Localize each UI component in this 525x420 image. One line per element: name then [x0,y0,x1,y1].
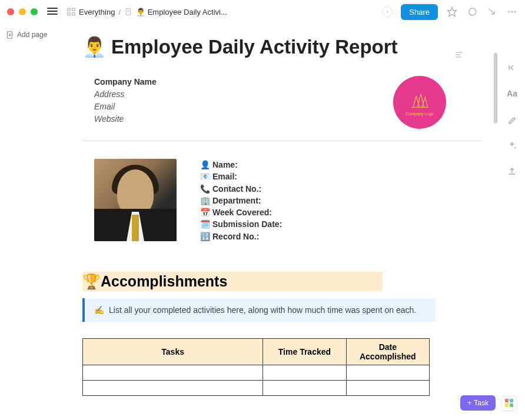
star-icon[interactable] [446,6,458,18]
callout-text: List all your completed activities here,… [109,305,416,315]
svg-point-11 [514,11,516,13]
accomplishments-callout: ✍️ List all your completed activities he… [82,298,436,322]
breadcrumb-page[interactable]: 👨‍💼 Employee Daily Activi... [136,8,227,16]
employee-field: 🏢 Department: [200,195,282,206]
table-cell[interactable] [346,365,429,381]
plus-icon: + [467,399,471,407]
employee-section: 👤 Name:📧 Email:📞 Contact No.:🏢 Departmen… [82,159,481,242]
scrollbar[interactable] [492,24,499,420]
employee-field: 🗓️ Submission Date: [200,218,282,230]
th-tasks: Tasks [83,339,263,365]
svg-point-9 [508,11,510,13]
employee-photo [94,159,177,241]
table-cell[interactable] [263,381,346,396]
topbar: Everything / 👨‍💼 Employee Daily Activi..… [0,0,525,24]
field-emoji: 🗓️ [200,218,210,230]
comment-icon[interactable] [466,6,478,18]
employee-fields: 👤 Name:📧 Email:📞 Contact No.:🏢 Departmen… [200,159,282,242]
minimize-window-button[interactable] [19,8,26,15]
add-page-label: Add page [17,31,47,39]
target-icon[interactable] [382,6,393,17]
company-address: Address [94,88,157,101]
new-task-button[interactable]: + Task [460,395,496,411]
svg-point-10 [511,11,513,13]
company-info: Company Name Address Email Website [94,76,157,125]
breadcrumb-root[interactable]: Everything [79,8,115,16]
menu-icon[interactable] [47,8,58,16]
employee-field: 📅 Week Covered: [200,206,282,218]
download-icon[interactable] [486,6,498,18]
apps-button[interactable] [501,395,517,411]
accomplishments-heading-text: Accomplishments [101,273,227,290]
employee-field: 👤 Name: [200,159,282,171]
collapse-icon[interactable] [506,62,518,74]
svg-rect-3 [72,13,75,15]
trophy-icon: 🏆 [82,273,101,290]
field-label: Week Covered: [212,206,272,218]
employee-field: 📞 Contact No.: [200,183,282,195]
employee-field: 📧 Email: [200,171,282,182]
outline-icon[interactable] [454,50,464,62]
field-emoji: 📞 [200,183,210,195]
field-emoji: 🏢 [200,195,210,206]
svg-point-7 [387,11,388,13]
table-row[interactable] [83,381,430,396]
export-icon[interactable] [506,165,518,177]
company-logo: Company Logo [393,76,446,129]
sidebar-right: Aa [499,24,525,420]
field-label: Department: [212,195,261,206]
field-emoji: 📅 [200,206,210,218]
field-label: Record No.: [212,231,259,242]
svg-rect-0 [68,8,70,11]
company-name: Company Name [94,76,157,88]
company-website: Website [94,113,157,125]
employee-field: 🔢 Record No.: [200,231,282,242]
task-btn-label: Task [474,399,489,407]
field-label: Name: [212,159,238,171]
field-label: Contact No.: [212,183,261,195]
more-icon[interactable] [506,6,518,18]
accomplishments-heading: 🏆Accomplishments [82,272,383,291]
page-title-emoji: 👨‍💼 [82,35,107,58]
field-emoji: 📧 [200,171,210,182]
sidebar-left: Add page [0,24,59,420]
th-date: Date Accomplished [346,339,429,365]
field-emoji: 👤 [200,159,210,171]
content: 👨‍💼 Employee Daily Activity Report Compa… [59,24,499,420]
table-header-row: Tasks Time Tracked Date Accomplished [83,339,430,365]
font-icon[interactable]: Aa [506,88,518,99]
tasks-table: Tasks Time Tracked Date Accomplished [82,338,430,396]
field-label: Email: [212,171,237,182]
th-time: Time Tracked [263,339,346,365]
field-label: Submission Date: [212,218,282,230]
page-title-text: Employee Daily Activity Report [111,36,398,58]
maximize-window-button[interactable] [31,8,38,15]
share-button[interactable]: Share [401,4,438,20]
logo-text: Company Logo [406,112,433,116]
svg-rect-1 [72,8,75,11]
table-cell[interactable] [346,381,429,396]
topbar-right: Share [382,4,518,20]
grid-icon [67,8,75,16]
sparkle-icon[interactable] [506,139,518,151]
company-header: Company Name Address Email Website Compa… [82,76,481,141]
main: Add page 👨‍💼 Employee Daily Activity Rep… [0,24,525,420]
field-emoji: 🔢 [200,231,210,242]
scrollbar-thumb[interactable] [494,53,497,124]
table-cell[interactable] [83,381,263,396]
page-icon [124,8,132,16]
table-cell[interactable] [263,365,346,381]
company-email: Email [94,101,157,113]
close-window-button[interactable] [7,8,14,15]
svg-marker-8 [448,8,457,16]
breadcrumb: Everything / 👨‍💼 Employee Daily Activi..… [67,8,227,16]
edit-icon[interactable] [506,114,518,125]
writing-icon: ✍️ [94,305,104,315]
page-title: 👨‍💼 Employee Daily Activity Report [82,35,481,58]
breadcrumb-separator: / [118,8,121,16]
svg-rect-2 [68,13,70,15]
window-controls [7,8,38,15]
table-cell[interactable] [83,365,263,381]
add-page-button[interactable]: Add page [6,31,53,39]
table-row[interactable] [83,365,430,381]
